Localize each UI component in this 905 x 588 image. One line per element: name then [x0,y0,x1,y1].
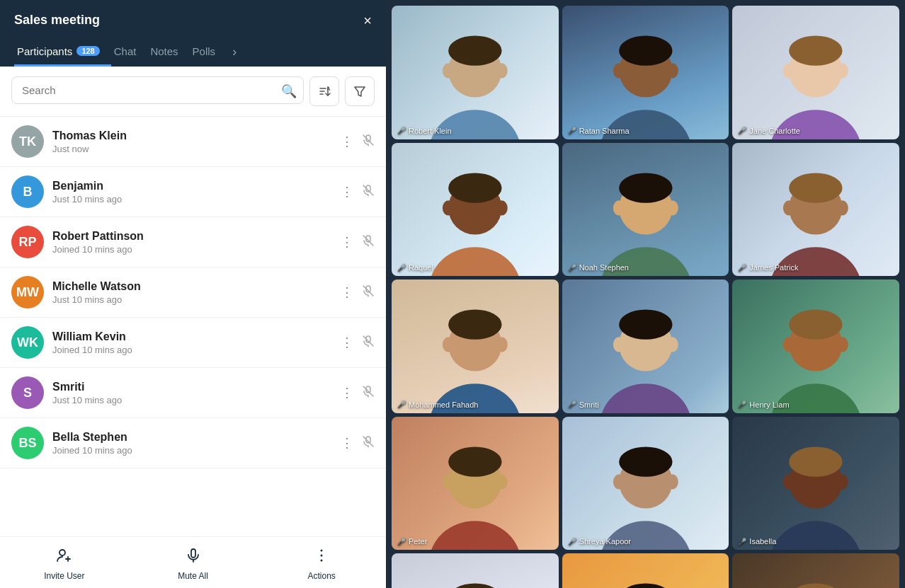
video-cell[interactable]: 🎤 Henry Liam [732,279,899,413]
close-button[interactable]: × [363,13,372,28]
svg-point-84 [496,474,507,489]
svg-point-53 [443,200,454,215]
search-wrap: 🔍 [11,76,304,106]
svg-point-73 [613,337,625,352]
person-svg [562,143,729,277]
participant-more-button[interactable]: ⋮ [338,231,356,253]
actions-button[interactable]: Actions [257,544,386,584]
participant-actions: ⋮ [338,282,375,303]
video-cell[interactable]: 🎤 Jane Charlotte [732,6,899,139]
svg-point-58 [613,200,625,215]
video-inner [732,417,899,550]
participant-name: Bella Stephen [52,431,329,444]
video-label: 🎤 Ratan Sharma [568,127,630,135]
tab-chat[interactable]: Chat [111,40,148,67]
video-cell[interactable]: 🎤 Smriti [562,279,729,413]
svg-point-44 [666,63,678,78]
participant-info: Robert Pattinson Joined 10 mins ago [52,230,329,255]
mute-icon [362,385,375,401]
svg-point-63 [783,200,795,215]
video-cell[interactable]: 🎤 Mohammed Fahadh [392,279,559,413]
actions-icon [313,547,330,568]
left-panel: Sales meeting × Participants 128 Chat No… [0,0,386,588]
video-participant-name: Raquel [409,263,433,272]
svg-point-77 [789,309,842,339]
video-cell[interactable]: 🎤 Peter [392,417,559,550]
bottom-toolbar: Invite User Mute All Actions [0,536,386,588]
svg-point-57 [619,173,672,202]
panel-header: Sales meeting × Participants 128 Chat No… [0,0,386,67]
svg-point-67 [448,309,501,339]
participant-actions: ⋮ [338,181,375,202]
mute-icon [362,284,375,301]
video-cell[interactable]: 🎤 James Patrick [732,143,899,277]
participant-status: Joined 10 mins ago [52,244,329,255]
svg-point-37 [448,35,501,65]
video-cell[interactable]: 🎤 Ratan Sharma [562,6,729,139]
participant-name: Robert Pattinson [52,230,329,243]
mute-all-button[interactable]: Mute All [129,544,258,584]
video-cell[interactable]: 🎤 [392,553,559,588]
svg-point-107 [789,584,842,588]
svg-point-80 [429,521,521,550]
video-cell[interactable]: 🎤 Robert Klein [392,6,559,139]
video-participant-name: Isabella [749,537,776,546]
search-icon-button[interactable]: 🔍 [281,83,297,99]
video-participant-name: Jane Charlotte [749,127,800,135]
video-inner [392,6,559,139]
video-participant-name: Smriti [579,400,599,409]
mute-all-icon [185,547,202,568]
filter-button[interactable] [345,76,375,106]
participant-status: Just now [52,144,329,154]
avatar: RP [11,226,44,258]
video-cell[interactable]: 🎤 [732,553,899,588]
filter-icon [353,85,366,98]
video-inner [732,143,899,277]
tabs-more-icon[interactable]: › [227,39,237,67]
svg-point-69 [496,337,507,352]
participant-more-button[interactable]: ⋮ [338,181,356,202]
participant-more-button[interactable]: ⋮ [338,131,356,152]
svg-line-7 [363,135,373,145]
participant-item: MW Michelle Watson Just 10 mins ago ⋮ [0,267,386,318]
participant-name: Michelle Watson [52,280,329,293]
svg-line-19 [363,336,373,346]
person-svg [392,6,559,139]
participant-item: WK William Kevin Joined 10 mins ago ⋮ [0,318,386,368]
video-inner [562,553,729,588]
mute-icon [362,234,375,250]
invite-user-button[interactable]: Invite User [0,544,129,584]
actions-label: Actions [308,571,336,581]
svg-point-88 [613,474,625,489]
svg-point-64 [837,200,848,215]
search-input[interactable] [11,76,304,104]
video-cell[interactable]: 🎤 Raquel [392,143,559,277]
video-cell[interactable]: 🎤 Shreya Kapoor [562,417,729,550]
participant-more-button[interactable]: ⋮ [338,382,356,403]
tab-polls[interactable]: Polls [190,40,227,67]
video-inner [732,6,899,139]
participant-info: Benjamin Just 10 mins ago [52,180,329,204]
video-cell[interactable]: 🎤 Noah Stephen [562,143,729,277]
participant-more-button[interactable]: ⋮ [338,332,356,353]
participant-info: William Kevin Joined 10 mins ago [52,330,329,355]
tab-participants[interactable]: Participants 128 [14,40,111,67]
svg-point-72 [619,309,672,339]
svg-line-22 [363,386,373,396]
tab-notes[interactable]: Notes [147,40,189,67]
avatar: MW [11,276,44,309]
video-participant-name: Peter [409,537,427,546]
video-label-icon: 🎤 [397,264,406,272]
svg-point-54 [496,200,507,215]
participant-more-button[interactable]: ⋮ [338,282,356,303]
svg-point-102 [619,584,672,588]
svg-point-62 [789,173,842,202]
participant-actions: ⋮ [338,432,375,454]
participant-status: Just 10 mins ago [52,194,329,204]
avatar: S [11,376,44,409]
sort-button[interactable]: A Z [309,76,339,106]
participant-more-button[interactable]: ⋮ [338,432,356,454]
video-inner [562,6,729,139]
video-cell[interactable]: 🎤 Isabella [732,417,899,550]
video-cell[interactable]: 🎤 [562,553,729,588]
